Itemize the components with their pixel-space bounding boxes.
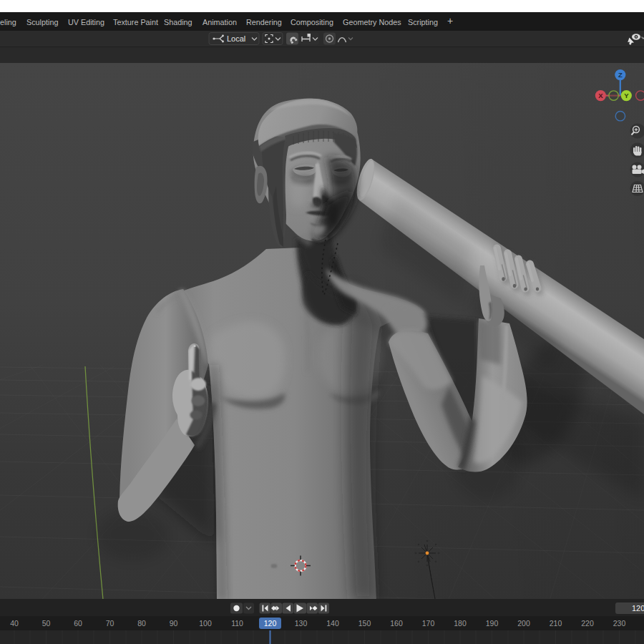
- svg-text:Z: Z: [618, 71, 623, 79]
- svg-text:Local: Local: [227, 34, 245, 43]
- svg-text:Y: Y: [624, 92, 629, 99]
- svg-text:X: X: [598, 92, 603, 99]
- svg-text:120: 120: [632, 604, 644, 613]
